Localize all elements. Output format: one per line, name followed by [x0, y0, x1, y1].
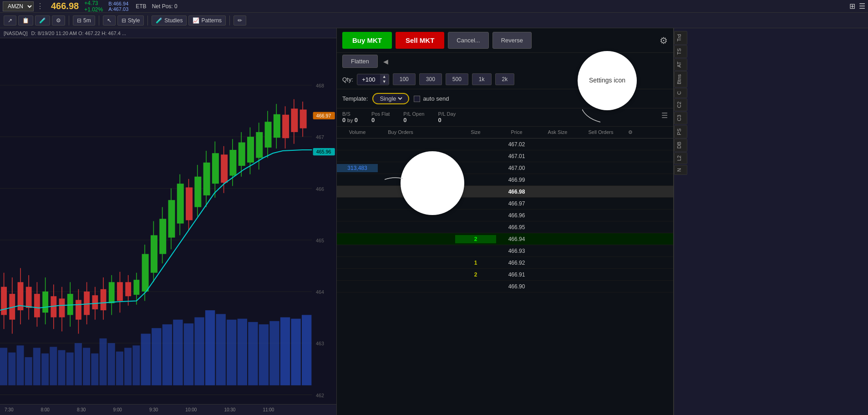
svg-rect-25	[141, 334, 151, 385]
cell-empty	[423, 262, 455, 264]
dom-settings-header[interactable]: ⚙	[624, 128, 637, 136]
th-volume: Volume	[337, 128, 378, 136]
order-buttons-row: Buy MKT Sell MKT Cancel... Reverse ⚙	[337, 28, 673, 53]
cursor-icon: ↖	[107, 17, 112, 24]
dom-row[interactable]: 2 466.94	[337, 233, 673, 245]
menu-lines-icon[interactable]: ☰	[661, 111, 668, 120]
price-main: 466.98	[51, 1, 79, 11]
qty-100-button[interactable]: 100	[393, 73, 416, 85]
watchlist-button[interactable]: 📋	[18, 15, 33, 26]
svg-rect-86	[186, 187, 193, 220]
dom-row[interactable]: 2 466.91	[337, 269, 673, 281]
dom-row[interactable]: 466.97	[337, 198, 673, 210]
sidebar-tab-trd[interactable]: Trd	[674, 31, 687, 45]
dom-row[interactable]: 466.93	[337, 245, 673, 257]
style-button[interactable]: ⊟ Style	[117, 15, 144, 26]
sidebar-tab-ps[interactable]: PS	[674, 125, 687, 138]
svg-rect-76	[142, 254, 149, 292]
dom-row[interactable]: 467.01	[337, 150, 673, 162]
qty-up-button[interactable]: ▲	[380, 74, 389, 79]
svg-rect-110	[291, 108, 298, 132]
qty-1k-button[interactable]: 1k	[472, 73, 492, 85]
cursor-button[interactable]: ↖	[103, 15, 116, 26]
qty-300-button[interactable]: 300	[419, 73, 442, 85]
cell-empty	[423, 155, 455, 157]
dom-row[interactable]: 466.96	[337, 210, 673, 221]
sidebar-tab-n[interactable]: N	[674, 165, 687, 175]
sidebar-tab-at[interactable]: AT	[674, 58, 687, 71]
sidebar-tab-l2[interactable]: L2	[674, 152, 687, 164]
draw-button[interactable]: ✏	[233, 15, 246, 26]
sidebar-tab-ts[interactable]: TS	[674, 45, 687, 58]
cell-volume	[337, 274, 378, 276]
cell-ask-size	[537, 203, 578, 205]
collapse-button[interactable]: ◀	[381, 56, 390, 67]
sidebar-tab-c2[interactable]: C2	[674, 98, 687, 111]
sell-mkt-button[interactable]: Sell MKT	[396, 32, 444, 49]
timeframe-button[interactable]: ⊟ 5m	[73, 15, 95, 26]
svg-text:466.97: 466.97	[316, 113, 331, 118]
cell-price: 466.94	[496, 235, 537, 243]
dom-row[interactable]: 313,483 467.00	[337, 162, 673, 174]
dom-row[interactable]: 466.95	[337, 221, 673, 233]
sidebar-tab-db[interactable]: DB	[674, 138, 687, 152]
menu-icon[interactable]: ☰	[859, 2, 865, 10]
cell-volume	[337, 250, 378, 252]
svg-rect-96	[229, 150, 236, 176]
dom-row[interactable]: 466.99	[337, 174, 673, 186]
th-ask-size: Ask Size	[537, 128, 578, 136]
dom-row[interactable]: 466.90	[337, 281, 673, 292]
cell-size	[455, 155, 496, 157]
qty-500-button[interactable]: 500	[446, 73, 468, 85]
template-select-wrap[interactable]: Single	[372, 93, 409, 104]
order-panel: Buy MKT Sell MKT Cancel... Reverse ⚙ Fla…	[337, 28, 674, 415]
sidebar-tab-c[interactable]: C	[674, 88, 687, 98]
svg-rect-23	[124, 348, 132, 385]
right-sidebar: Trd TS AT Btns C C2 C3 PS DB L2 N	[674, 28, 687, 415]
buy-mkt-button[interactable]: Buy MKT	[342, 32, 392, 49]
draw-icon: ✏	[238, 17, 242, 24]
reverse-button[interactable]: Reverse	[492, 32, 532, 49]
cell-buy-orders	[378, 226, 423, 228]
chart-svg: 466.97 465.96 468 467 466 465 464 463 46…	[0, 38, 336, 404]
cell-sell-orders	[578, 215, 624, 216]
svg-rect-64	[92, 295, 98, 309]
dom-body: 467.02 467.01 313,483 467.00	[337, 138, 673, 415]
chart-canvas[interactable]: 466.97 465.96 468 467 466 465 464 463 46…	[0, 38, 336, 404]
dom-row[interactable]: 1 466.92	[337, 257, 673, 269]
settings-gear-icon[interactable]: ⚙	[660, 35, 668, 46]
qty-value: +100	[357, 74, 380, 85]
cell-ask-size	[537, 286, 578, 287]
qty-2k-button[interactable]: 2k	[495, 73, 515, 85]
qty-down-button[interactable]: ▼	[380, 79, 389, 84]
th-price: Price	[496, 128, 537, 136]
flask-button[interactable]: 🧪	[35, 15, 50, 26]
svg-rect-80	[159, 219, 166, 254]
cell-extra	[624, 262, 637, 264]
cell-sell-orders	[578, 191, 624, 193]
symbol-select[interactable]: AMZN	[3, 1, 34, 11]
dom-row[interactable]: 467.02	[337, 138, 673, 150]
patterns-button[interactable]: 📈 Patterns	[188, 15, 226, 26]
svg-rect-104	[265, 122, 272, 148]
grid-icon[interactable]: ⊞	[849, 2, 855, 10]
qty-input-wrap: +100 ▲ ▼	[357, 74, 389, 85]
cell-buy-orders	[378, 215, 423, 216]
flatten-button[interactable]: Flatten	[342, 55, 378, 68]
chart-settings-button[interactable]: ⚙	[52, 15, 65, 26]
sidebar-tab-btns[interactable]: Btns	[674, 71, 687, 87]
studies-button[interactable]: 🧪 Studies	[152, 15, 187, 26]
sidebar-tab-c3[interactable]: C3	[674, 112, 687, 124]
svg-rect-37	[269, 321, 279, 385]
bs-label: B/S	[342, 111, 358, 117]
share-button[interactable]: ↗	[4, 15, 16, 26]
svg-rect-40	[302, 315, 311, 385]
template-select[interactable]: Single	[378, 95, 404, 102]
auto-send-checkbox[interactable]	[414, 96, 420, 102]
cell-extra	[624, 238, 637, 240]
cell-sell-orders	[578, 203, 624, 205]
cell-price: 467.00	[496, 164, 537, 172]
cancel-button[interactable]: Cancel...	[448, 32, 488, 49]
cell-empty	[423, 250, 455, 252]
dom-row-current[interactable]: 466.98	[337, 186, 673, 198]
